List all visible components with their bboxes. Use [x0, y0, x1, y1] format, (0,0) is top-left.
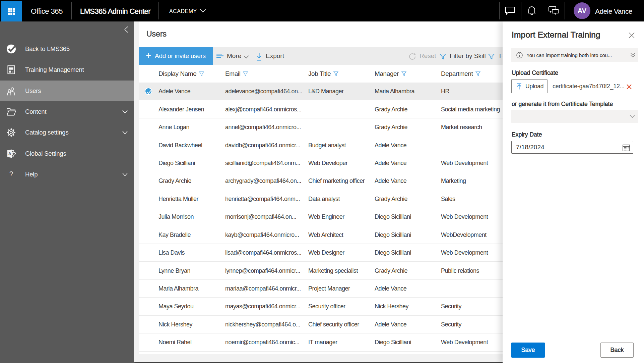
svg-text:A: A [8, 151, 12, 156]
